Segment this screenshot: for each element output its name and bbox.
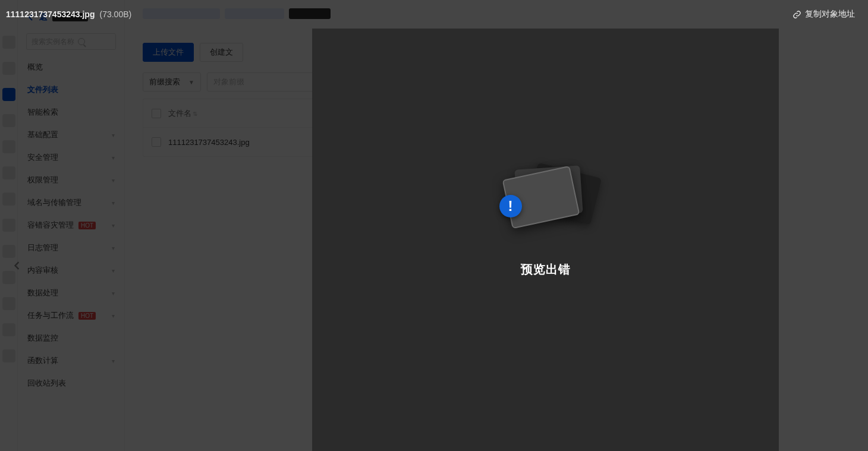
preview-filesize: (73.00B) (99, 10, 131, 19)
preview-header: 1111231737453243.jpg (73.00B) 复制对象地址 (0, 0, 868, 29)
preview-panel: ! 预览出错 (312, 29, 779, 451)
copy-url-button[interactable]: 复制对象地址 (792, 9, 855, 20)
preview-error: ! 预览出错 (498, 166, 593, 277)
exclamation-icon: ! (499, 195, 522, 217)
link-icon (792, 10, 801, 19)
preview-error-text: 预览出错 (521, 261, 571, 277)
preview-filename: 1111231737453243.jpg (73.00B) (6, 10, 131, 19)
error-illustration: ! (498, 166, 593, 226)
